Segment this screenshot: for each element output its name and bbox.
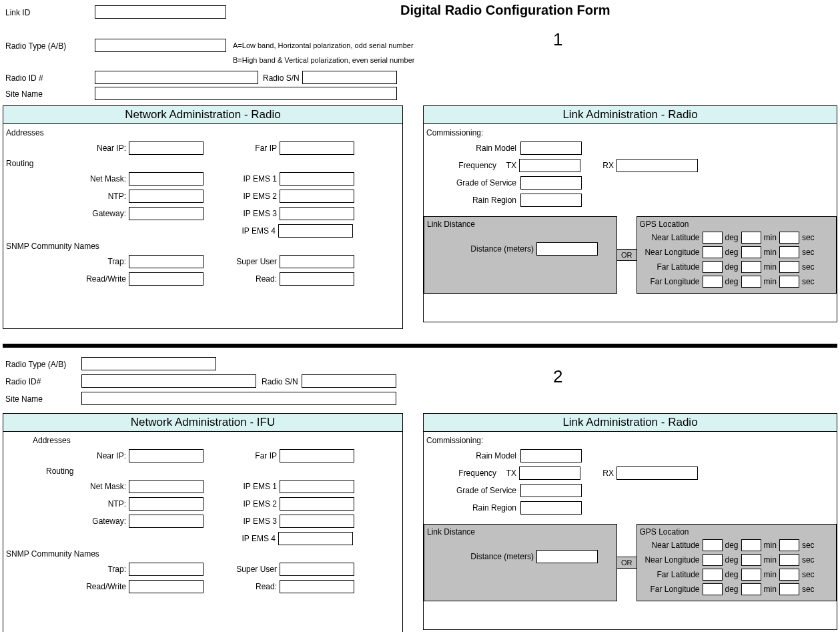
label-rx-2: RX [580,468,616,478]
input-superuser-2[interactable] [280,563,354,576]
input-far-lat-deg-2[interactable] [703,569,723,581]
input-near-ip-2[interactable] [129,449,203,462]
input-grade[interactable] [520,176,582,190]
input-link-id[interactable] [95,5,226,19]
input-net-mask[interactable] [129,172,203,186]
input-rx[interactable] [616,159,698,172]
input-rx-2[interactable] [616,466,698,480]
input-trap[interactable] [129,255,203,268]
input-ipems4-2[interactable] [278,532,353,545]
input-near-lat-min-2[interactable] [741,539,761,551]
input-rain-region-2[interactable] [520,501,582,515]
input-far-lat-sec[interactable] [779,261,799,273]
input-near-lon-sec-2[interactable] [779,554,799,566]
input-net-mask-2[interactable] [129,480,203,493]
input-far-lat-min-2[interactable] [741,569,761,581]
label-distance-m: Distance (meters) [427,244,536,254]
label-ipems3: IP EMS 3 [203,209,280,218]
input-far-lon-sec[interactable] [779,276,799,288]
label-radio-type: Radio Type (A/B) [5,41,66,51]
input-near-lat-sec[interactable] [779,232,799,244]
note-b: B=High band & Vertical polarization, eve… [233,56,414,64]
input-near-ip[interactable] [129,141,203,155]
label-ipems2-2: IP EMS 2 [203,499,280,509]
input-radio-type[interactable] [95,39,226,52]
input-read[interactable] [280,272,354,286]
input-tx-2[interactable] [519,466,580,480]
input-rain-model-2[interactable] [520,449,582,462]
gps-box-2: GPS Location Near Latitude deg min sec N… [637,524,837,601]
section-divider [3,344,837,348]
label-link-distance-2: Link Distance [427,527,614,537]
input-ipems1-2[interactable] [280,480,354,493]
input-read-2[interactable] [280,580,354,593]
input-gateway-2[interactable] [129,515,203,528]
label-gateway: Gateway: [6,209,129,218]
input-trap-2[interactable] [129,563,203,576]
input-rain-model[interactable] [520,141,582,155]
input-rain-region[interactable] [520,194,582,207]
label-radio-sn: Radio S/N [263,73,300,83]
input-near-lon-sec[interactable] [779,246,799,258]
input-gateway[interactable] [129,207,203,220]
input-readwrite-2[interactable] [129,580,203,593]
input-far-lon-min[interactable] [741,276,761,288]
label-radio-type-2: Radio Type (A/B) [5,360,66,369]
label-far-lat: Far Latitude [640,262,700,272]
input-ipems1[interactable] [280,172,354,186]
input-far-lat-min[interactable] [741,261,761,273]
input-ntp[interactable] [129,190,203,203]
input-far-lon-min-2[interactable] [741,583,761,595]
input-near-lat-deg-2[interactable] [703,539,723,551]
input-far-ip-2[interactable] [280,449,354,462]
input-far-lon-deg-2[interactable] [703,583,723,595]
label-gps: GPS Location [640,220,834,229]
input-ntp-2[interactable] [129,497,203,511]
label-rain-model-2: Rain Model [426,451,520,460]
input-superuser[interactable] [280,255,354,268]
section-number-1: 1 [553,29,562,50]
input-readwrite[interactable] [129,272,203,286]
input-near-lon-deg[interactable] [703,246,723,258]
label-ipems1-2: IP EMS 1 [203,482,280,491]
input-near-lat-deg[interactable] [703,232,723,244]
or-divider: OR [616,249,637,261]
panel-netadmin-ifu: Addresses Near IP: Far IP Routing Net Ma… [3,432,403,632]
label-snmp: SNMP Community Names [6,242,400,251]
input-radio-id[interactable] [95,71,258,84]
input-radio-sn-2[interactable] [302,374,396,388]
hdr-netadmin-ifu: Network Administration - IFU [3,413,403,432]
input-far-lon-deg[interactable] [703,276,723,288]
input-grade-2[interactable] [520,484,582,497]
label-routing: Routing [6,159,400,168]
input-radio-type-2[interactable] [81,357,216,370]
input-near-lat-min[interactable] [741,232,761,244]
input-far-lat-deg[interactable] [703,261,723,273]
input-radio-sn[interactable] [302,71,397,84]
label-link-distance: Link Distance [427,220,614,229]
input-ipems2[interactable] [280,190,354,203]
label-ipems4-2: IP EMS 4 [202,534,278,543]
input-site-name[interactable] [95,87,397,100]
input-near-lon-min[interactable] [741,246,761,258]
label-readwrite-2: Read/Write [6,582,129,591]
input-radio-id-2[interactable] [81,374,256,388]
input-ipems3[interactable] [280,207,354,220]
input-distance-2[interactable] [536,550,598,563]
input-near-lon-deg-2[interactable] [703,554,723,566]
panels-row-2: Network Administration - IFU Addresses N… [3,413,837,632]
label-rain-region: Rain Region [426,196,520,205]
input-distance[interactable] [536,242,598,256]
hdr-linkadmin-1: Link Administration - Radio [423,105,837,124]
input-far-lon-sec-2[interactable] [779,583,799,595]
input-near-lat-sec-2[interactable] [779,539,799,551]
input-ipems3-2[interactable] [280,515,354,528]
input-ipems4[interactable] [278,224,353,238]
input-near-lon-min-2[interactable] [741,554,761,566]
input-tx[interactable] [519,159,580,172]
link-distance-box-2: Link Distance Distance (meters) [424,524,617,601]
input-far-lat-sec-2[interactable] [779,569,799,581]
input-ipems2-2[interactable] [280,497,354,511]
input-site-name-2[interactable] [81,392,396,405]
input-far-ip[interactable] [280,141,354,155]
